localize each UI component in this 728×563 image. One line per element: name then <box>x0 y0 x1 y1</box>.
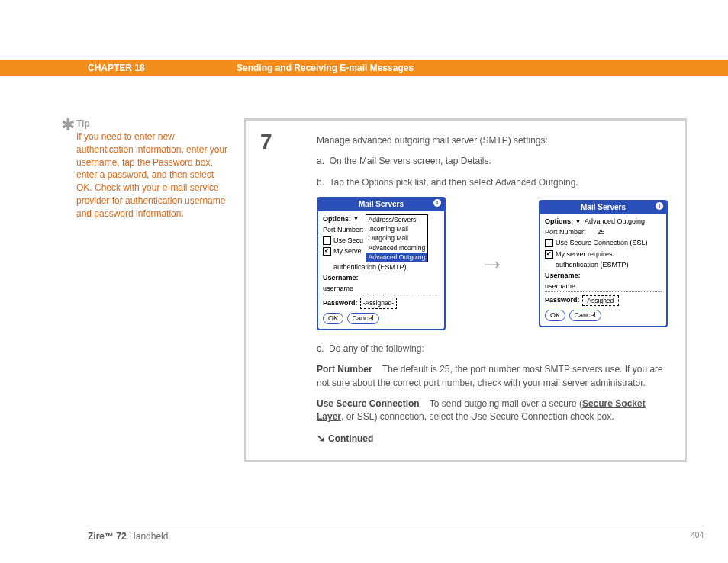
portnum-paragraph: Port Number The default is 25, the port … <box>317 363 668 390</box>
substep-c: c. Do any of the following: <box>317 343 668 355</box>
screen2-body: Options: ▼ Advanced Outgoing Port Number… <box>540 214 666 326</box>
step-intro: Manage advanced outgoing mail server (SM… <box>317 134 668 147</box>
chapter-title: Sending and Receiving E-mail Messages <box>237 63 414 73</box>
password-field[interactable]: -Assigned- <box>582 295 620 306</box>
screen1-body: Options: ▼ Port Number: Use Secu My serv… <box>318 211 444 329</box>
username-field[interactable]: username <box>545 282 575 291</box>
options-dropdown[interactable]: Address/Servers Incoming Mail Outgoing M… <box>366 214 429 263</box>
secure-paragraph: Use Secure Connection To send outgoing m… <box>317 397 668 424</box>
page-body: ✱ Tip If you need to enter new authentic… <box>0 76 728 462</box>
username-field[interactable]: username <box>323 284 353 294</box>
product-name: Zire™ 72 Handheld <box>88 531 168 542</box>
port-value[interactable]: 25 <box>598 227 605 237</box>
cancel-button[interactable]: Cancel <box>347 313 379 324</box>
arrow-right-icon: → <box>475 245 510 282</box>
page-number: 404 <box>691 531 704 542</box>
substep-b: b. Tap the Options pick list, and then s… <box>317 176 668 189</box>
step-number: 7 <box>260 130 272 154</box>
step-content: Manage advanced outgoing mail server (SM… <box>317 134 668 446</box>
dropdown-icon[interactable]: ▼ <box>575 217 581 227</box>
password-field[interactable]: -Assigned- <box>360 298 398 308</box>
info-icon[interactable]: i <box>656 202 663 210</box>
ok-button[interactable]: OK <box>545 310 565 321</box>
checkbox-esmtp[interactable] <box>323 247 331 256</box>
cancel-button[interactable]: Cancel <box>569 310 601 321</box>
screen2-title: Mail Servers i <box>540 201 666 214</box>
screenshots-row: Mail Servers i Options: ▼ Port Number: U… <box>317 197 668 330</box>
info-icon[interactable]: i <box>433 199 441 207</box>
substep-a: a. On the Mail Servers screen, tap Detai… <box>317 155 668 168</box>
tip-star-icon: ✱ <box>61 115 75 135</box>
device-screen-left: Mail Servers i Options: ▼ Port Number: U… <box>317 197 446 330</box>
tip-heading: Tip <box>76 118 229 129</box>
ok-button[interactable]: OK <box>323 313 343 324</box>
chapter-label: CHAPTER 18 <box>88 63 237 73</box>
step-box: 7 Manage advanced outgoing mail server (… <box>244 118 687 462</box>
chapter-header: CHAPTER 18 Sending and Receiving E-mail … <box>0 60 728 76</box>
checkbox-ssl[interactable] <box>545 239 553 247</box>
device-screen-right: Mail Servers i Options: ▼ Advanced Outgo… <box>539 200 668 327</box>
continued-indicator: ➘Continued <box>317 432 668 446</box>
dropdown-icon[interactable]: ▼ <box>353 214 359 224</box>
checkbox-esmtp[interactable] <box>545 250 553 259</box>
screen1-title: Mail Servers i <box>318 198 444 211</box>
checkbox-ssl[interactable] <box>323 236 331 245</box>
page-footer: Zire™ 72 Handheld 404 <box>88 526 704 542</box>
continued-arrow-icon: ➘ <box>317 432 325 446</box>
tip-sidebar: ✱ Tip If you need to enter new authentic… <box>76 118 244 462</box>
tip-text: If you need to enter new authentication … <box>76 130 229 220</box>
